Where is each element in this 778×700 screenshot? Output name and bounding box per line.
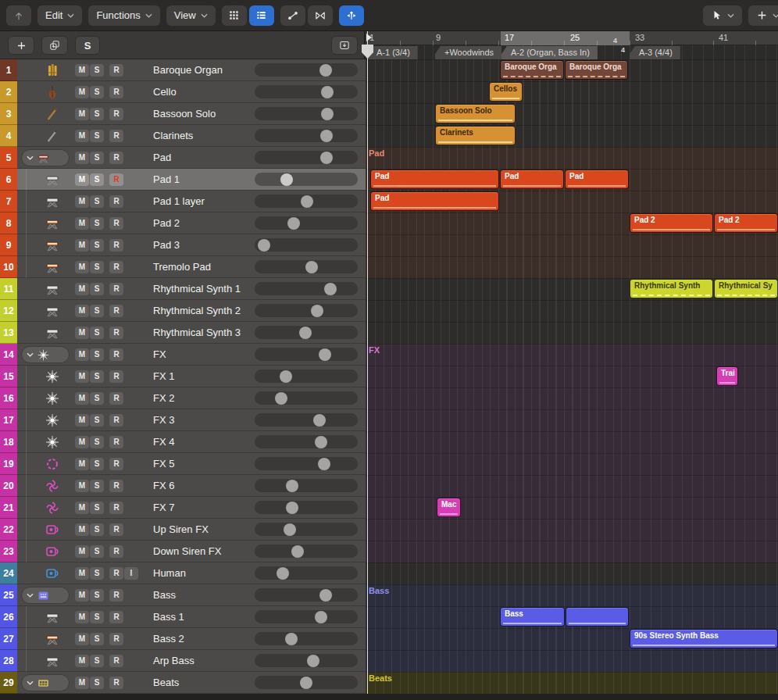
record-enable-button[interactable]: R — [109, 217, 123, 230]
volume-slider[interactable] — [255, 370, 358, 383]
solo-button[interactable]: S — [90, 677, 104, 689]
volume-slider[interactable] — [255, 238, 358, 252]
list-view-button[interactable] — [249, 5, 274, 26]
track-stack-disclosure[interactable] — [21, 587, 70, 604]
record-enable-button[interactable]: R — [109, 545, 123, 558]
volume-slider[interactable] — [255, 151, 358, 164]
volume-knob[interactable] — [299, 327, 312, 339]
edit-menu-button[interactable]: Edit — [37, 5, 82, 26]
region[interactable]: Pad 2 — [630, 213, 713, 233]
region[interactable]: Baroque Orga — [500, 60, 564, 80]
add-track-button[interactable] — [8, 36, 34, 55]
track-row[interactable]: 27MSRBass 2 — [0, 628, 366, 650]
track-row[interactable]: 13MSRRhythmical Synth 3 — [0, 322, 366, 344]
volume-knob[interactable] — [324, 283, 337, 295]
record-enable-button[interactable]: R — [109, 173, 123, 186]
mute-button[interactable]: M — [75, 64, 89, 77]
track-stack-disclosure[interactable] — [21, 149, 70, 166]
track-row[interactable]: 14MSRFX — [0, 344, 366, 366]
track-row[interactable]: 21MSRFX 7 — [0, 497, 366, 519]
mute-button[interactable]: M — [75, 589, 89, 602]
volume-slider[interactable] — [255, 566, 358, 580]
mute-button[interactable]: M — [75, 458, 89, 470]
region[interactable] — [566, 607, 629, 627]
region[interactable]: Trai — [716, 366, 738, 386]
volume-slider[interactable] — [255, 588, 358, 602]
solo-button[interactable]: S — [90, 436, 104, 448]
mute-button[interactable]: M — [75, 523, 89, 536]
solo-button[interactable]: S — [90, 633, 104, 645]
track-row[interactable]: 15MSRFX 1 — [0, 366, 366, 388]
track-row[interactable]: 9MSRPad 3 — [0, 234, 366, 256]
volume-knob[interactable] — [319, 589, 332, 602]
record-enable-button[interactable]: R — [109, 567, 123, 580]
mute-button[interactable]: M — [75, 480, 89, 492]
solo-button[interactable]: S — [90, 305, 104, 317]
solo-button[interactable]: S — [90, 523, 104, 536]
solo-button[interactable]: S — [90, 414, 104, 427]
volume-knob[interactable] — [320, 130, 333, 142]
mute-button[interactable]: M — [75, 633, 89, 645]
solo-button[interactable]: S — [90, 195, 104, 208]
volume-knob[interactable] — [277, 567, 289, 580]
volume-slider[interactable] — [255, 545, 358, 558]
track-row[interactable]: 20MSRFX 6 — [0, 475, 366, 497]
volume-knob[interactable] — [321, 108, 334, 120]
track-row[interactable]: 7MSRPad 1 layer — [0, 191, 366, 212]
track-row[interactable]: 24MSRIHuman — [0, 562, 366, 584]
volume-slider[interactable] — [255, 304, 358, 317]
view-menu-button[interactable]: View — [166, 5, 216, 26]
region[interactable]: Baroque Orga — [565, 60, 628, 80]
record-enable-button[interactable]: R — [109, 480, 123, 492]
duplicate-track-button[interactable] — [41, 36, 68, 55]
track-row[interactable]: 16MSRFX 2 — [0, 388, 366, 409]
secondary-tool-button[interactable] — [748, 5, 778, 26]
volume-slider[interactable] — [255, 326, 358, 339]
volume-slider[interactable] — [255, 107, 358, 120]
volume-slider[interactable] — [255, 501, 358, 514]
volume-knob[interactable] — [258, 239, 270, 252]
volume-knob[interactable] — [280, 173, 293, 186]
track-row[interactable]: 3MSRBassoon Solo — [0, 103, 366, 125]
mute-button[interactable]: M — [75, 436, 89, 448]
record-enable-button[interactable]: R — [109, 348, 123, 361]
volume-slider[interactable] — [255, 216, 358, 230]
solo-button[interactable]: S — [90, 327, 104, 339]
mute-button[interactable]: M — [75, 567, 89, 580]
arrangement-marker-track[interactable]: A-1 (3/4)+WoodwindsA-2 (Organ, Bass In)A… — [366, 45, 778, 59]
solo-button[interactable]: S — [90, 480, 104, 492]
region[interactable]: Pad — [500, 170, 564, 189]
grid-view-button[interactable] — [222, 5, 247, 26]
record-enable-button[interactable]: R — [109, 152, 123, 164]
mute-button[interactable]: M — [75, 348, 89, 361]
record-enable-button[interactable]: R — [109, 305, 123, 317]
solo-button[interactable]: S — [90, 64, 104, 77]
arrange-area[interactable]: PadFXBassBeatsBaroque OrgaBaroque OrgaCe… — [366, 59, 778, 694]
mute-button[interactable]: M — [75, 370, 89, 383]
region[interactable]: Mac — [437, 498, 461, 517]
volume-slider[interactable] — [255, 195, 358, 208]
mute-button[interactable]: M — [75, 261, 89, 273]
record-enable-button[interactable]: R — [109, 523, 123, 536]
catch-playhead-button[interactable] — [339, 5, 364, 26]
volume-slider[interactable] — [255, 348, 358, 361]
record-enable-button[interactable]: R — [109, 86, 123, 98]
track-row[interactable]: 23MSRDown Siren FX — [0, 541, 366, 562]
track-row[interactable]: 11MSRRhythmical Synth 1 — [0, 278, 366, 300]
mute-button[interactable]: M — [75, 611, 89, 623]
record-enable-button[interactable]: R — [109, 239, 123, 252]
record-enable-button[interactable]: R — [109, 392, 123, 405]
volume-knob[interactable] — [300, 677, 312, 689]
volume-knob[interactable] — [287, 217, 300, 230]
record-enable-button[interactable]: R — [109, 283, 123, 295]
volume-slider[interactable] — [255, 391, 358, 405]
region[interactable]: Pad 2 — [714, 213, 778, 233]
track-row[interactable]: 18MSRFX 4 — [0, 431, 366, 453]
volume-knob[interactable] — [320, 152, 333, 164]
mute-button[interactable]: M — [75, 239, 89, 252]
track-row[interactable]: 25MSRBass — [0, 584, 366, 606]
volume-slider[interactable] — [255, 85, 358, 98]
region[interactable]: Pad — [370, 191, 499, 211]
region[interactable]: Bass — [500, 607, 565, 627]
record-enable-button[interactable]: R — [109, 108, 123, 120]
